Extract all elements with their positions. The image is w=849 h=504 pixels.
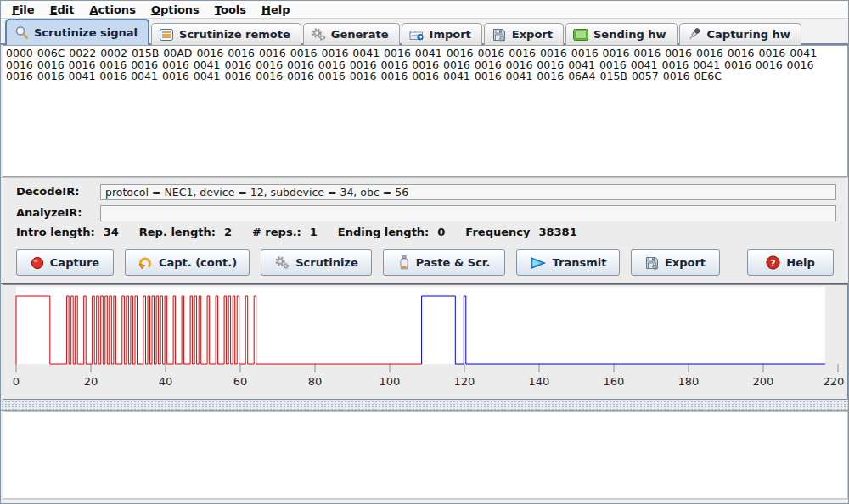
intro-length-value: 34 — [104, 226, 119, 238]
axis-tick-label: 200 — [753, 375, 774, 388]
button-label: Help — [786, 256, 814, 269]
signal-data-field[interactable]: 0000 006C 0022 0002 015B 00AD 0016 0016 … — [3, 45, 848, 177]
frequency-value: 38381 — [538, 226, 576, 238]
menu-tools[interactable]: Tools — [207, 2, 254, 18]
signal-stats-row: Intro length: 34 Rep. length: 2 # reps.:… — [16, 226, 577, 238]
floppy-gear-icon — [645, 256, 659, 270]
tab-scrutinize-signal[interactable]: Scrutinize signal — [5, 19, 149, 45]
analyzeir-field[interactable] — [100, 205, 836, 221]
sending-hardware-icon — [573, 27, 588, 42]
tab-label: Capturing hw — [707, 28, 790, 41]
lower-output-panel[interactable] — [3, 411, 848, 499]
num-reps-value: 1 — [310, 226, 318, 238]
irscrutinizer-window: File Edit Actions Options Tools Help Scr… — [0, 0, 849, 504]
axis-tick-label: 220 — [824, 375, 845, 388]
menu-file[interactable]: File — [4, 2, 42, 18]
axis-tick-label: 140 — [529, 375, 550, 388]
scrutinize-info-panel: DecodeIR: protocol = NEC1, device = 12, … — [1, 177, 848, 284]
menu-options[interactable]: Options — [143, 2, 207, 18]
tab-import[interactable]: Import — [402, 23, 482, 45]
scrutinize-button[interactable]: Scrutinize — [261, 249, 372, 276]
intro-length-label: Intro length: — [16, 226, 95, 238]
frequency-label: Frequency — [465, 226, 530, 238]
tab-label: Scrutinize signal — [34, 26, 138, 39]
tab-label: Scrutinize remote — [179, 28, 290, 41]
tab-label: Generate — [331, 28, 389, 41]
gears-icon — [311, 27, 326, 42]
tab-label: Import — [430, 28, 471, 41]
button-label: Transmit — [553, 256, 607, 269]
remote-list-icon — [159, 27, 174, 42]
capture-continuous-button[interactable]: Capt. (cont.) — [125, 249, 250, 276]
paste-icon — [398, 255, 410, 270]
tab-label: Export — [512, 28, 553, 41]
pronto-hex-text: 0000 006C 0022 0002 015B 00AD 0016 0016 … — [6, 47, 817, 82]
menu-actions[interactable]: Actions — [82, 2, 143, 18]
axis-tick-label: 60 — [233, 375, 248, 388]
button-label: Scrutinize — [295, 256, 358, 269]
import-folder-icon — [409, 27, 424, 42]
decodeir-field[interactable]: protocol = NEC1, device = 12, subdevice … — [100, 184, 836, 200]
tab-scrutinize-remote[interactable]: Scrutinize remote — [151, 23, 301, 45]
axis-tick-label: 120 — [454, 375, 475, 388]
rep-length-label: Rep. length: — [139, 226, 216, 238]
export-button[interactable]: Export — [631, 249, 720, 276]
floppy-disk-icon — [492, 27, 507, 42]
magnifier-icon — [14, 25, 29, 40]
paste-and-scrutinize-button[interactable]: Paste & Scr. — [383, 249, 505, 276]
rep-length-value: 2 — [224, 226, 232, 238]
menu-help[interactable]: Help — [254, 2, 297, 18]
svg-text:?: ? — [771, 258, 776, 269]
button-label: Capt. (cont.) — [159, 256, 237, 269]
tab-capturing-hw[interactable]: Capturing hw — [679, 23, 801, 45]
transmit-button[interactable]: Transmit — [516, 249, 620, 276]
axis-tick-label: 40 — [159, 375, 173, 388]
button-label: Export — [665, 256, 706, 269]
analyzeir-label: AnalyzeIR: — [16, 206, 82, 219]
axis-tick-label: 160 — [604, 375, 625, 388]
button-label: Capture — [50, 256, 99, 269]
signal-plot-panel[interactable]: 020406080100120140160180200220 — [3, 284, 848, 400]
menu-edit[interactable]: Edit — [42, 2, 82, 18]
tab-sending-hw[interactable]: Sending hw — [565, 23, 678, 45]
ending-length-label: Ending length: — [338, 226, 430, 238]
help-button[interactable]: ? Help — [747, 249, 834, 276]
ir-waveform-svg: 020406080100120140160180200220 — [3, 285, 847, 399]
gears-icon — [274, 256, 290, 270]
axis-tick-label: 80 — [308, 375, 323, 388]
decodeir-label: DecodeIR: — [16, 185, 79, 198]
tab-label: Sending hw — [593, 28, 666, 41]
axis-tick-label: 180 — [678, 375, 700, 388]
tab-export[interactable]: Export — [484, 23, 564, 45]
action-button-row: Capture Capt. (cont.) Scrutinize Paste &… — [16, 249, 834, 277]
capture-button[interactable]: Capture — [16, 249, 114, 276]
split-pane-divider[interactable] — [1, 400, 848, 411]
status-strip — [1, 499, 848, 503]
num-reps-label: # reps.: — [252, 226, 301, 238]
help-icon: ? — [766, 255, 780, 270]
axis-tick-label: 0 — [13, 375, 20, 388]
repeat-arrow-icon — [138, 255, 153, 270]
button-label: Paste & Scr. — [416, 256, 491, 269]
axis-tick-label: 20 — [84, 375, 98, 388]
ending-length-value: 0 — [437, 226, 445, 238]
microphone-icon — [687, 27, 702, 42]
axis-tick-label: 100 — [380, 375, 401, 388]
tab-bar: Scrutinize signal Scrutinize remote Gene… — [1, 19, 848, 45]
record-icon — [31, 256, 44, 270]
menu-bar: File Edit Actions Options Tools Help — [1, 1, 848, 19]
play-icon — [530, 256, 547, 270]
tab-generate[interactable]: Generate — [303, 23, 400, 45]
